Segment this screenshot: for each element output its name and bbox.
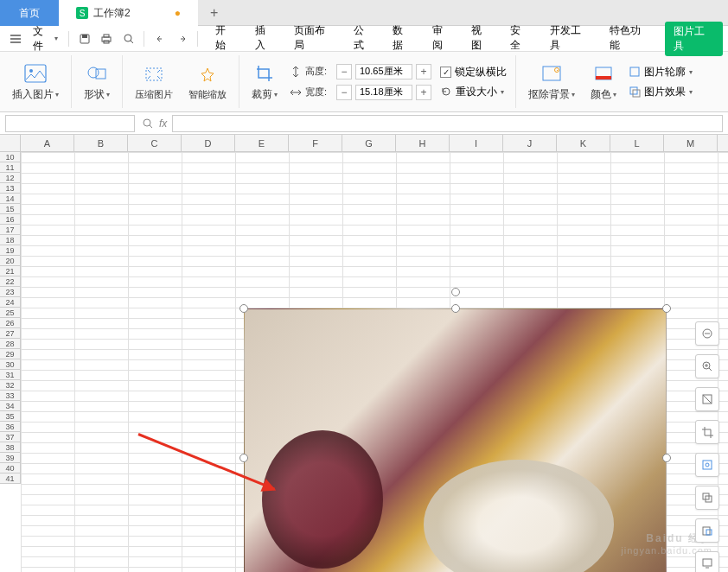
- ribbon-tab-formula[interactable]: 公式: [350, 22, 377, 56]
- rotate-handle[interactable]: [451, 288, 460, 296]
- crop-button[interactable]: 裁剪▾: [248, 60, 281, 104]
- resize-handle-nw[interactable]: [239, 304, 248, 313]
- file-menu[interactable]: 文件▾: [28, 24, 63, 54]
- col-header-F[interactable]: F: [289, 135, 342, 151]
- preview-icon[interactable]: [118, 29, 139, 49]
- search-fx-icon[interactable]: [142, 118, 154, 130]
- row-header[interactable]: 26: [0, 318, 21, 328]
- side-zoom-out[interactable]: [695, 321, 719, 346]
- row-header[interactable]: 14: [0, 194, 21, 204]
- col-header-J[interactable]: J: [503, 135, 557, 151]
- row-header[interactable]: 24: [0, 297, 21, 308]
- smartzoom-button[interactable]: 智能缩放: [185, 60, 230, 103]
- row-header[interactable]: 25: [0, 308, 21, 318]
- ribbon-tab-dev[interactable]: 开发工具: [546, 22, 594, 56]
- row-header[interactable]: 27: [0, 328, 21, 339]
- row-header[interactable]: 30: [0, 359, 21, 370]
- ribbon-tab-security[interactable]: 安全: [507, 22, 533, 56]
- row-header[interactable]: 35: [0, 411, 21, 422]
- select-all-corner[interactable]: [0, 135, 21, 151]
- effect-button[interactable]: 图片效果▾: [629, 83, 693, 101]
- save-icon[interactable]: [74, 29, 95, 49]
- hamburger-icon[interactable]: [5, 29, 26, 49]
- color-button[interactable]: 颜色▾: [587, 60, 620, 104]
- side-zoom-in[interactable]: [695, 354, 719, 378]
- row-header[interactable]: 16: [0, 214, 21, 225]
- row-header[interactable]: 10: [0, 152, 21, 162]
- width-input[interactable]: [355, 85, 412, 100]
- side-paste[interactable]: [695, 518, 719, 543]
- ribbon-tab-insert[interactable]: 插入: [252, 22, 278, 56]
- selected-image[interactable]: [244, 308, 667, 572]
- resize-handle-ne[interactable]: [662, 304, 671, 313]
- row-header[interactable]: 40: [0, 463, 21, 473]
- outline-button[interactable]: 图片轮廓▾: [629, 63, 693, 81]
- redo-icon[interactable]: [172, 29, 193, 49]
- row-header[interactable]: 12: [0, 173, 21, 183]
- insert-image-button[interactable]: 插入图片▾: [9, 60, 62, 104]
- row-header[interactable]: 23: [0, 287, 21, 297]
- width-increase[interactable]: +: [416, 85, 431, 100]
- row-header[interactable]: 11: [0, 162, 21, 173]
- height-increase[interactable]: +: [416, 64, 431, 79]
- row-header[interactable]: 22: [0, 276, 21, 287]
- row-header[interactable]: 36: [0, 422, 21, 432]
- row-header[interactable]: 19: [0, 245, 21, 256]
- side-copy[interactable]: [695, 486, 719, 510]
- height-input[interactable]: [355, 64, 412, 79]
- row-header[interactable]: 31: [0, 370, 21, 380]
- name-box[interactable]: [5, 115, 135, 132]
- col-header-L[interactable]: L: [610, 135, 664, 151]
- reset-size-button[interactable]: 重设大小▾: [440, 83, 507, 101]
- row-header[interactable]: 39: [0, 453, 21, 463]
- shapes-button[interactable]: 形状▾: [80, 60, 113, 104]
- lock-ratio-checkbox[interactable]: 锁定纵横比: [440, 65, 507, 79]
- resize-handle-e[interactable]: [662, 454, 671, 462]
- ribbon-tab-start[interactable]: 开始: [212, 22, 239, 56]
- col-header-K[interactable]: K: [557, 135, 610, 151]
- height-decrease[interactable]: −: [336, 64, 352, 79]
- ribbon-tab-review[interactable]: 审阅: [429, 22, 456, 56]
- row-header[interactable]: 41: [0, 473, 21, 484]
- row-header[interactable]: 15: [0, 204, 21, 214]
- ribbon-tab-feature[interactable]: 特色功能: [606, 22, 654, 56]
- ribbon-tab-data[interactable]: 数据: [389, 22, 416, 56]
- print-icon[interactable]: [96, 29, 117, 49]
- row-header[interactable]: 13: [0, 183, 21, 194]
- tab-workbook[interactable]: S 工作簿2 ●: [59, 0, 198, 26]
- col-header-H[interactable]: H: [396, 135, 450, 151]
- row-header[interactable]: 38: [0, 442, 21, 453]
- tab-home[interactable]: 首页: [0, 0, 59, 26]
- ribbon-tab-view[interactable]: 视图: [468, 22, 495, 56]
- undo-icon[interactable]: [150, 29, 170, 49]
- width-decrease[interactable]: −: [336, 85, 352, 100]
- row-header[interactable]: 37: [0, 432, 21, 442]
- row-header[interactable]: 32: [0, 380, 21, 391]
- row-header[interactable]: 17: [0, 225, 21, 235]
- col-header-M[interactable]: M: [664, 135, 718, 151]
- col-header-C[interactable]: C: [128, 135, 182, 151]
- col-header-B[interactable]: B: [74, 135, 128, 151]
- formula-input[interactable]: [172, 115, 723, 132]
- fx-icon[interactable]: fx: [159, 118, 167, 130]
- resize-handle-n[interactable]: [451, 304, 460, 313]
- col-header-E[interactable]: E: [235, 135, 289, 151]
- side-export[interactable]: [695, 551, 719, 572]
- compress-button[interactable]: 压缩图片: [131, 60, 176, 103]
- resize-handle-w[interactable]: [239, 454, 248, 462]
- row-header[interactable]: 20: [0, 256, 21, 266]
- row-header[interactable]: 29: [0, 349, 21, 359]
- ribbon-tab-layout[interactable]: 页面布局: [291, 22, 338, 56]
- side-fit[interactable]: [695, 387, 719, 411]
- row-header[interactable]: 33: [0, 391, 21, 401]
- side-snap[interactable]: [695, 453, 719, 477]
- tab-add[interactable]: +: [198, 0, 230, 26]
- col-header-G[interactable]: G: [342, 135, 396, 151]
- col-header-D[interactable]: D: [182, 135, 235, 151]
- row-header[interactable]: 34: [0, 401, 21, 411]
- row-header[interactable]: 18: [0, 235, 21, 245]
- col-header-I[interactable]: I: [450, 135, 503, 151]
- row-header[interactable]: 21: [0, 266, 21, 276]
- removebg-button[interactable]: 抠除背景▾: [525, 60, 578, 104]
- row-header[interactable]: 28: [0, 339, 21, 349]
